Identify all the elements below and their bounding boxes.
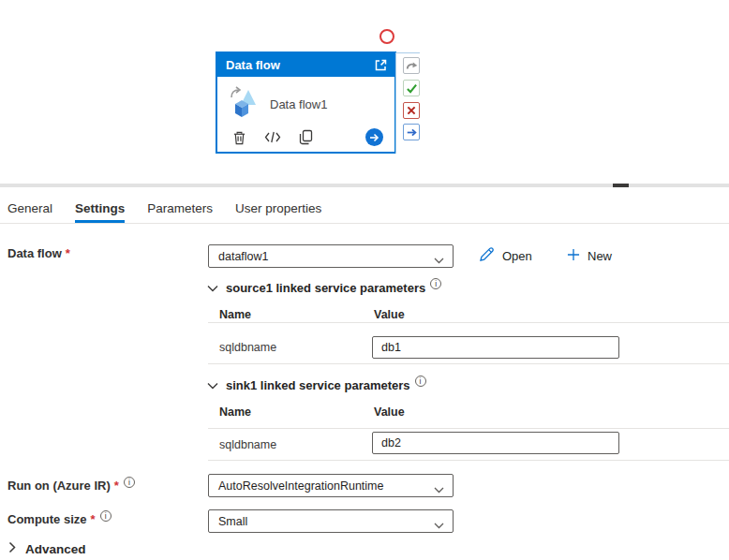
run-on-label: Run on (Azure IR)*i [7,479,135,493]
sink1-section-title: sink1 linked service parameters [226,378,410,392]
arrow-right-icon[interactable] [403,124,420,140]
new-label: New [588,249,612,263]
row-separator [208,428,729,429]
open-dataflow-button[interactable]: Open [479,243,532,268]
check-icon[interactable] [403,80,420,96]
cross-icon[interactable] [403,102,420,119]
chevron-down-icon [207,382,218,390]
chevron-down-icon [434,483,444,496]
tab-settings[interactable]: Settings [75,196,125,223]
source-name-header: Name [219,308,251,321]
run-arrow-button[interactable] [365,128,383,146]
card-header: Data flow [217,53,394,77]
pencil-icon [479,246,495,265]
sink-param-value-input[interactable] [372,432,619,454]
panel-resize-handle[interactable] [613,184,629,187]
info-icon[interactable]: i [100,510,112,522]
source-param-value-input[interactable] [372,336,619,359]
compute-size-label: Compute size*i [7,512,112,526]
dataflow-select[interactable]: dataflow1 [208,244,454,268]
compute-size-select-value: Small [218,515,247,528]
run-on-select-value: AutoResolveIntegrationRuntime [218,479,384,493]
info-icon[interactable]: i [430,278,441,289]
source1-section-title: source1 linked service parameters [226,281,425,295]
dataflow-activity-card: Data flow Data flow1 [216,52,396,154]
chevron-right-icon [8,541,16,556]
clone-icon[interactable] [299,129,313,145]
chevron-down-icon [434,254,444,267]
sink-param-name: sqldbname [219,438,276,451]
open-label: Open [502,249,532,263]
required-asterisk: * [91,512,96,526]
red-annotation-circle [379,29,394,44]
info-icon[interactable]: i [124,477,135,488]
sink1-section-toggle[interactable]: sink1 linked service parameters i [207,378,426,392]
settings-tabbar: General Settings Parameters User propert… [7,196,344,223]
required-asterisk: * [66,246,70,260]
dataflow-icon [229,86,259,123]
card-title: Data flow [226,58,374,72]
required-asterisk: * [114,479,119,493]
card-body: Data flow1 [217,77,394,124]
compute-size-select[interactable]: Small [208,509,454,533]
sink-name-header: Name [219,405,251,419]
row-separator [208,322,729,323]
tab-divider [0,223,729,224]
delete-icon[interactable] [232,130,246,145]
info-icon[interactable]: i [415,376,426,387]
open-in-new-icon[interactable] [374,58,388,72]
row-separator [208,460,729,461]
run-on-select[interactable]: AutoResolveIntegrationRuntime [208,474,454,497]
chevron-down-icon [434,519,444,532]
activity-name: Data flow1 [270,97,327,111]
node-status-strip [395,52,420,154]
chevron-down-icon [207,285,218,292]
row-separator [208,363,729,364]
advanced-label: Advanced [25,542,86,556]
tab-user-properties[interactable]: User properties [235,196,321,223]
code-icon[interactable] [264,131,281,143]
tab-parameters[interactable]: Parameters [147,196,213,223]
plus-icon [567,248,580,264]
source1-section-toggle[interactable]: source1 linked service parameters i [207,281,441,295]
source-param-name: sqldbname [219,341,276,354]
tab-general[interactable]: General [7,196,52,223]
advanced-section-toggle[interactable]: Advanced [8,541,86,556]
card-actions [217,128,394,146]
source-value-header: Value [374,308,405,321]
sink-value-header: Value [374,405,405,419]
dataflow-label: Data flow* [7,246,70,260]
dataflow-select-value: dataflow1 [218,250,269,263]
redo-icon[interactable] [403,57,420,74]
new-dataflow-button[interactable]: New [567,243,612,268]
